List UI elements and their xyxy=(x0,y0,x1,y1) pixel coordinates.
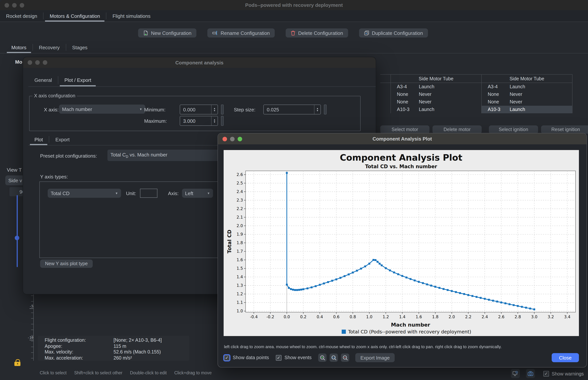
button-label: Duplicate Configuration xyxy=(372,30,423,36)
subtab-stages[interactable]: Stages xyxy=(66,42,93,53)
minimize-icon[interactable] xyxy=(12,3,17,7)
lock-icon[interactable] xyxy=(14,359,20,366)
zoom-reset-icon: 1:1 xyxy=(331,355,337,361)
svg-text:-0.2: -0.2 xyxy=(266,315,274,319)
main-window-controls[interactable] xyxy=(4,3,24,7)
tab-flight-simulations[interactable]: Flight simulations xyxy=(106,10,157,22)
duplicate-configuration-button[interactable]: Duplicate Configuration xyxy=(359,28,428,38)
right-motor-cell[interactable]: A3-4Launch xyxy=(481,83,572,91)
spinner-arrows-icon[interactable]: ▲▼ xyxy=(211,105,218,114)
close-plot-button[interactable]: Close xyxy=(552,353,579,362)
reset-ignition-button[interactable]: Reset ignition xyxy=(541,125,588,134)
svg-text:1.8: 1.8 xyxy=(432,315,438,319)
maximum-spinner[interactable]: 3.000 ▲▼ xyxy=(180,116,218,126)
display-settings-button[interactable] xyxy=(511,369,520,378)
delete-configuration-button[interactable]: Delete Configuration xyxy=(286,28,348,38)
flight-info-row: Max. velocity:52.6 m/s (Mach 0.155) xyxy=(45,349,189,355)
show-warnings-control[interactable]: ✓ Show warnings xyxy=(543,371,584,377)
plot-area[interactable] xyxy=(245,171,575,312)
zoom-out-button[interactable] xyxy=(341,354,349,362)
dialog-window-controls[interactable] xyxy=(28,60,47,65)
table-row[interactable]: A10-3LaunchA10-3Launch xyxy=(380,106,572,113)
main-window-title: Pods--powered with recovery deployment xyxy=(245,2,343,8)
delete-motor-button[interactable]: Delete motor xyxy=(432,125,482,134)
rotation-slider-track[interactable] xyxy=(17,195,18,267)
close-icon[interactable] xyxy=(28,60,32,65)
subtab-motors[interactable]: Motors xyxy=(5,42,32,53)
table-row[interactable]: NoneNeverNoneNever xyxy=(380,98,572,106)
unit-input[interactable] xyxy=(140,189,157,198)
table-row[interactable]: A3-4LaunchA3-4Launch xyxy=(380,83,572,91)
table-row[interactable]: NoneNeverNoneNever xyxy=(380,91,572,98)
show-events-checkbox[interactable]: ✓ xyxy=(276,355,281,361)
dialog-titlebar: Component analysis xyxy=(23,57,376,68)
minimum-unit-selector[interactable] xyxy=(221,105,224,114)
svg-text:2.6: 2.6 xyxy=(237,172,243,177)
ruler-major-tick xyxy=(30,308,33,309)
data-point xyxy=(509,303,510,305)
left-motor-cell[interactable]: NoneNever xyxy=(391,98,481,106)
row-spacer xyxy=(380,91,391,98)
new-y-axis-plot-type-button[interactable]: New Y axis plot type xyxy=(40,260,93,268)
chart-canvas[interactable]: Component Analysis PlotTotal CD vs. Mach… xyxy=(224,150,579,336)
ruler-tick xyxy=(31,296,33,296)
dialog-tab-general[interactable]: General xyxy=(28,74,58,86)
tab-motors-configuration[interactable]: Motors & Configuration xyxy=(44,10,106,22)
plot-window-controls[interactable] xyxy=(223,137,242,141)
zoom-in-button[interactable] xyxy=(318,354,327,362)
tab-rocket-design[interactable]: Rocket design xyxy=(0,10,43,22)
maximum-unit-selector[interactable] xyxy=(221,116,224,126)
flight-info-value: 115 m xyxy=(114,343,126,349)
zoom-reset-button[interactable]: 1:1 xyxy=(330,354,338,362)
zoom-icon[interactable] xyxy=(43,60,47,65)
subtab-recovery[interactable]: Recovery xyxy=(33,42,66,53)
data-point xyxy=(533,308,535,310)
show-data-points-checkbox[interactable]: ✓ xyxy=(224,355,230,361)
svg-text:0.6: 0.6 xyxy=(333,315,339,319)
plot-export-tab-plot[interactable]: Plot xyxy=(28,134,49,145)
zoom-icon[interactable] xyxy=(238,137,242,141)
right-motor-cell[interactable]: NoneNever xyxy=(481,98,572,106)
total-cd-chart[interactable]: Component Analysis PlotTotal CD vs. Mach… xyxy=(224,150,579,336)
right-motor-cell[interactable]: NoneNever xyxy=(481,91,572,98)
export-image-button[interactable]: Export Image xyxy=(356,353,395,362)
right-motor-cell[interactable]: A10-3Launch xyxy=(481,106,572,113)
select-ignition-button[interactable]: Select ignition xyxy=(489,125,538,134)
minimum-spinner[interactable]: 0.000 ▲▼ xyxy=(180,105,218,114)
left-motor-cell[interactable]: A10-3Launch xyxy=(391,106,481,113)
rotation-slider-knob[interactable] xyxy=(15,236,19,240)
data-point xyxy=(422,282,424,284)
close-icon[interactable] xyxy=(223,137,227,141)
screenshot-button[interactable] xyxy=(526,369,535,378)
select-motor-button[interactable]: Select motor xyxy=(380,125,430,134)
data-point xyxy=(467,294,469,296)
spinner-arrows-icon[interactable]: ▲▼ xyxy=(211,116,218,125)
close-icon[interactable] xyxy=(4,3,9,7)
data-point xyxy=(501,302,502,304)
svg-text:2.4: 2.4 xyxy=(237,190,243,194)
left-motor-cell[interactable]: NoneNever xyxy=(391,91,481,98)
axis-side-select[interactable]: Left ▼ xyxy=(182,189,213,198)
new-configuration-button[interactable]: New Configuration xyxy=(138,28,196,38)
step-size-spinner[interactable]: 0.025 ▲▼ xyxy=(263,105,321,114)
zoom-icon[interactable] xyxy=(20,3,24,7)
show-warnings-checkbox[interactable]: ✓ xyxy=(543,371,549,377)
minimize-icon[interactable] xyxy=(230,137,235,141)
motor-configuration-table[interactable]: Side Motor TubeSide Motor TubeA3-4Launch… xyxy=(380,74,572,113)
data-point xyxy=(290,288,292,290)
dialog-title: Component analysis xyxy=(175,60,224,65)
minimize-icon[interactable] xyxy=(35,60,40,65)
data-point xyxy=(377,261,379,263)
left-motor-cell[interactable]: A3-4Launch xyxy=(391,83,481,91)
data-point xyxy=(525,307,527,309)
y-axis-type-select[interactable]: Total CD ▼ xyxy=(48,189,121,198)
dialog-tab-plot-export[interactable]: Plot / Export xyxy=(58,74,97,86)
data-point xyxy=(414,280,416,282)
rename-configuration-button[interactable]: Rename Configuration xyxy=(207,28,275,38)
spinner-arrows-icon[interactable]: ▲▼ xyxy=(314,105,320,114)
svg-text:0.8: 0.8 xyxy=(350,315,356,319)
plot-export-tab-export[interactable]: Export xyxy=(49,134,76,145)
x-axis-select[interactable]: Mach number ▼ xyxy=(59,105,145,114)
step-unit-selector[interactable] xyxy=(324,105,327,114)
delete-configuration-icon xyxy=(291,30,295,36)
